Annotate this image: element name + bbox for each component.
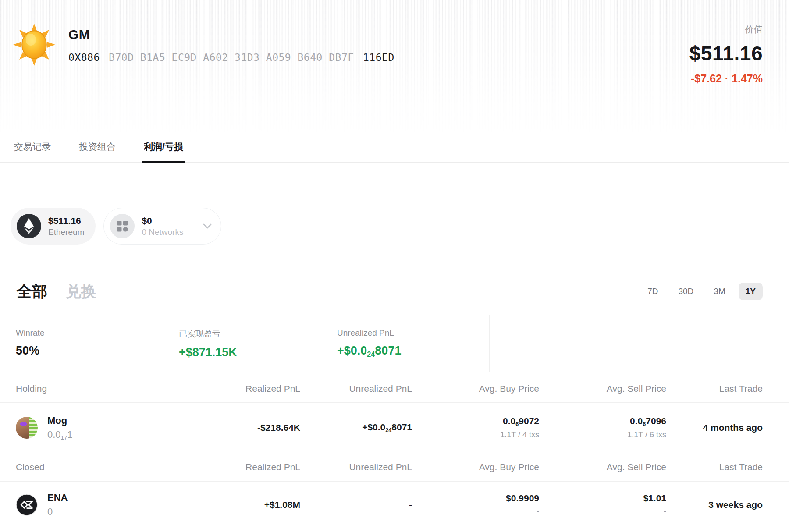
wallet-identity: GM 0X886 B70D B1A5 EC9D A602 31D3 A059 B… bbox=[13, 23, 394, 136]
token-name: ENA bbox=[47, 492, 68, 504]
mog-sell-detail: 1.1T / 6 txs bbox=[539, 430, 666, 440]
chain-filter-chips: $511.16 Ethereum $0 0 Networks bbox=[11, 208, 789, 245]
mog-realized-pnl: -$218.64K bbox=[191, 422, 300, 433]
portfolio-summary: 价值 $511.16 -$7.62 · 1.47% bbox=[689, 23, 763, 136]
ena-buy-detail: - bbox=[412, 507, 539, 516]
networks-chip-value: $0 bbox=[142, 216, 183, 226]
column-last-trade: Last Trade bbox=[666, 383, 763, 394]
mog-token-image bbox=[16, 417, 38, 439]
column-avg-sell-price: Avg. Sell Price bbox=[539, 462, 666, 472]
tab-portfolio[interactable]: 投资组合 bbox=[77, 141, 117, 163]
address-start: 0X886 bbox=[68, 52, 100, 63]
time-range-filters: 7D 30D 3M 1Y bbox=[640, 283, 763, 300]
stat-winrate-value: 50% bbox=[16, 344, 170, 358]
range-3m[interactable]: 3M bbox=[707, 283, 732, 300]
mog-last-trade: 4 months ago bbox=[666, 422, 763, 433]
chain-chip-networks[interactable]: $0 0 Networks bbox=[103, 208, 221, 245]
ena-sigma-icon bbox=[16, 494, 38, 516]
value-label: 价值 bbox=[689, 24, 763, 35]
token-amount: 0 bbox=[47, 506, 68, 518]
ethereum-chip-value: $511.16 bbox=[48, 216, 84, 226]
stat-winrate-label: Winrate bbox=[16, 328, 170, 338]
pnl-stats-strip: Winrate 50% 已实现盈亏 +$871.15K Unrealized P… bbox=[0, 315, 789, 372]
tab-pnl[interactable]: 利润/亏损 bbox=[142, 141, 185, 163]
wallet-header: GM 0X886 B70D B1A5 EC9D A602 31D3 A059 B… bbox=[0, 0, 789, 136]
ethereum-chip-label: Ethereum bbox=[48, 227, 84, 237]
mog-avg-buy-price: 0.069072 1.1T / 4 txs bbox=[412, 416, 539, 440]
stat-empty-cell bbox=[489, 315, 789, 372]
stat-unrealized-pnl: Unrealized PnL +$0.0248071 bbox=[328, 315, 489, 372]
stat-realized-pnl: 已实现盈亏 +$871.15K bbox=[170, 315, 328, 372]
filter-all[interactable]: 全部 bbox=[17, 281, 47, 302]
holding-row-mog[interactable]: Mog 0.0171 -$218.64K +$0.0248071 0.06907… bbox=[0, 402, 789, 453]
ena-avg-buy-price: $0.9909 - bbox=[412, 493, 539, 516]
mog-unrealized-pnl: +$0.0248071 bbox=[300, 422, 412, 433]
wallet-name: GM bbox=[68, 27, 394, 42]
column-unrealized-pnl: Unrealized PnL bbox=[300, 383, 412, 394]
tab-transactions[interactable]: 交易记录 bbox=[12, 141, 53, 163]
mog-buy-detail: 1.1T / 4 txs bbox=[412, 430, 539, 440]
column-closed: Closed bbox=[16, 462, 191, 472]
stat-unrealized-value: +$0.0248071 bbox=[337, 344, 489, 358]
column-avg-buy-price: Avg. Buy Price bbox=[412, 383, 539, 394]
mog-avg-sell-price: 0.067096 1.1T / 6 txs bbox=[539, 416, 666, 440]
networks-chip-label: 0 Networks bbox=[142, 227, 183, 237]
column-last-trade: Last Trade bbox=[666, 462, 763, 472]
stat-winrate: Winrate 50% bbox=[0, 315, 170, 372]
ena-realized-pnl: +$1.08M bbox=[191, 500, 300, 510]
range-1y[interactable]: 1Y bbox=[739, 283, 763, 300]
networks-grid-icon bbox=[110, 214, 135, 238]
range-30d[interactable]: 30D bbox=[671, 283, 700, 300]
address-end: 116ED bbox=[363, 52, 394, 63]
ena-unrealized-pnl: - bbox=[300, 500, 412, 510]
token-name: Mog bbox=[47, 415, 73, 426]
stat-realized-value: +$871.15K bbox=[179, 346, 328, 359]
range-7d[interactable]: 7D bbox=[640, 283, 665, 300]
portfolio-change: -$7.62 · 1.47% bbox=[689, 72, 763, 85]
chevron-down-icon bbox=[203, 223, 212, 229]
stat-unrealized-label: Unrealized PnL bbox=[337, 328, 489, 338]
main-tabbar: 交易记录 投资组合 利润/亏损 bbox=[0, 136, 789, 163]
category-filters: 全部 兑换 bbox=[17, 281, 96, 302]
sun-emoji-icon bbox=[13, 23, 55, 67]
filter-swap[interactable]: 兑换 bbox=[66, 281, 96, 302]
column-avg-buy-price: Avg. Buy Price bbox=[412, 462, 539, 472]
column-realized-pnl: Realized PnL bbox=[191, 383, 300, 394]
holdings-header-row: Holding Realized PnL Unrealized PnL Avg.… bbox=[0, 372, 789, 402]
portfolio-value: $511.16 bbox=[689, 42, 763, 65]
closed-header-row: Closed Realized PnL Unrealized PnL Avg. … bbox=[0, 453, 789, 481]
closed-row-ena[interactable]: ENA 0 +$1.08M - $0.9909 - $1.01 - 3 week… bbox=[0, 481, 789, 528]
ena-last-trade: 3 weeks ago bbox=[666, 500, 763, 510]
ethereum-icon bbox=[17, 214, 41, 238]
pnl-filter-row: 全部 兑换 7D 30D 3M 1Y bbox=[17, 280, 763, 302]
ena-avg-sell-price: $1.01 - bbox=[539, 493, 666, 516]
token-amount: 0.0171 bbox=[47, 429, 73, 441]
column-unrealized-pnl: Unrealized PnL bbox=[300, 462, 412, 472]
stat-realized-label: 已实现盈亏 bbox=[179, 328, 328, 340]
address-middle: B70D B1A5 EC9D A602 31D3 A059 B640 DB7F bbox=[109, 52, 354, 63]
chain-chip-ethereum[interactable]: $511.16 Ethereum bbox=[11, 208, 96, 245]
column-holding: Holding bbox=[16, 383, 191, 394]
wallet-address[interactable]: 0X886 B70D B1A5 EC9D A602 31D3 A059 B640… bbox=[68, 52, 394, 63]
ena-sell-detail: - bbox=[539, 507, 666, 516]
column-realized-pnl: Realized PnL bbox=[191, 462, 300, 472]
column-avg-sell-price: Avg. Sell Price bbox=[539, 383, 666, 394]
